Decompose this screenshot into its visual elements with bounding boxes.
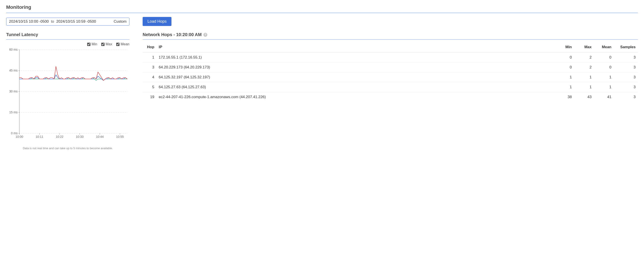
legend-min-toggle[interactable]: Min [87, 42, 97, 46]
date-range-picker[interactable]: 2024/10/15 10:00 -0500 to 2024/10/15 10:… [6, 18, 130, 26]
date-range-mode: Custom [114, 19, 126, 24]
cell-samples: 3 [614, 72, 638, 82]
legend-max-label: Max [106, 42, 112, 46]
col-hop: Hop [142, 42, 156, 52]
date-range-from: 2024/10/15 10:00 -0500 [9, 19, 49, 24]
cell-max: 2 [574, 62, 594, 72]
cell-max: 1 [574, 82, 594, 92]
svg-text:10:33: 10:33 [76, 135, 84, 138]
cell-hop: 5 [142, 82, 156, 92]
svg-text:10:11: 10:11 [36, 135, 43, 138]
svg-text:10:22: 10:22 [56, 135, 64, 138]
cell-mean: 0 [594, 52, 614, 62]
cell-samples: 3 [614, 52, 638, 62]
cell-ip: 64.20.229.173 (64.20.229.173) [156, 62, 554, 72]
cell-samples: 3 [614, 92, 638, 102]
svg-text:10:44: 10:44 [96, 135, 104, 138]
tunnel-latency-chart: Min Max Mean 0 ms15 ms30 ms45 ms60 ms10:… [6, 42, 130, 150]
col-min: Min [554, 42, 574, 52]
table-row: 464.125.32.197 (64.125.32.197)1113 [142, 72, 638, 82]
cell-mean: 0 [594, 62, 614, 72]
svg-text:15 ms: 15 ms [9, 110, 18, 114]
cell-ip: 64.125.32.197 (64.125.32.197) [156, 72, 554, 82]
date-range-separator: to [51, 19, 54, 24]
chart-legend: Min Max Mean [6, 42, 130, 46]
cell-min: 38 [554, 92, 574, 102]
cell-samples: 3 [614, 62, 638, 72]
cell-hop: 19 [142, 92, 156, 102]
svg-text:10:55: 10:55 [116, 135, 124, 138]
help-icon[interactable]: ? [203, 33, 207, 37]
chart-note: Data is not real time and can take up to… [6, 146, 130, 150]
legend-min-checkbox[interactable] [87, 43, 90, 46]
cell-ip: ec2-44-207-41-226.compute-1.amazonaws.co… [156, 92, 554, 102]
cell-min: 1 [554, 82, 574, 92]
table-row: 1172.16.55.1 (172.16.55.1)0203 [142, 52, 638, 62]
page-title: Monitoring [6, 4, 638, 10]
cell-max: 43 [574, 92, 594, 102]
col-samples: Samples [614, 42, 638, 52]
network-hops-table: Hop IP Min Max Mean Samples 1172.16.55.1… [142, 42, 638, 102]
cell-mean: 1 [594, 82, 614, 92]
col-max: Max [574, 42, 594, 52]
cell-hop: 4 [142, 72, 156, 82]
cell-min: 0 [554, 62, 574, 72]
cell-samples: 3 [614, 82, 638, 92]
cell-mean: 1 [594, 72, 614, 82]
chart-canvas[interactable]: 0 ms15 ms30 ms45 ms60 ms10:0010:1110:221… [6, 48, 130, 140]
svg-text:10:00: 10:00 [16, 135, 23, 138]
cell-ip: 172.16.55.1 (172.16.55.1) [156, 52, 554, 62]
svg-text:30 ms: 30 ms [9, 90, 18, 93]
table-row: 564.125.27.63 (64.125.27.63)1113 [142, 82, 638, 92]
table-row: 19ec2-44-207-41-226.compute-1.amazonaws.… [142, 92, 638, 102]
load-hops-button[interactable]: Load Hops [142, 17, 172, 26]
page-divider [6, 13, 638, 13]
svg-text:0 ms: 0 ms [11, 132, 18, 135]
legend-min-label: Min [92, 42, 97, 46]
col-ip: IP [156, 42, 554, 52]
network-hops-title: Network Hops - 10:20:00 AM ? [142, 32, 638, 37]
cell-hop: 3 [142, 62, 156, 72]
legend-mean-toggle[interactable]: Mean [116, 42, 130, 46]
table-row: 364.20.229.173 (64.20.229.173)0203 [142, 62, 638, 72]
col-mean: Mean [594, 42, 614, 52]
cell-max: 2 [574, 52, 594, 62]
legend-mean-checkbox[interactable] [116, 43, 120, 46]
legend-mean-label: Mean [120, 42, 130, 46]
cell-mean: 41 [594, 92, 614, 102]
cell-max: 1 [574, 72, 594, 82]
svg-text:45 ms: 45 ms [9, 69, 18, 72]
cell-ip: 64.125.27.63 (64.125.27.63) [156, 82, 554, 92]
tunnel-latency-title: Tunnel Latency [6, 32, 130, 37]
toolbar: 2024/10/15 10:00 -0500 to 2024/10/15 10:… [6, 17, 638, 26]
svg-text:60 ms: 60 ms [9, 48, 18, 51]
cell-min: 0 [554, 52, 574, 62]
cell-hop: 1 [142, 52, 156, 62]
cell-min: 1 [554, 72, 574, 82]
legend-max-checkbox[interactable] [101, 43, 104, 46]
legend-max-toggle[interactable]: Max [101, 42, 112, 46]
date-range-to: 2024/10/15 10:59 -0500 [56, 19, 96, 24]
